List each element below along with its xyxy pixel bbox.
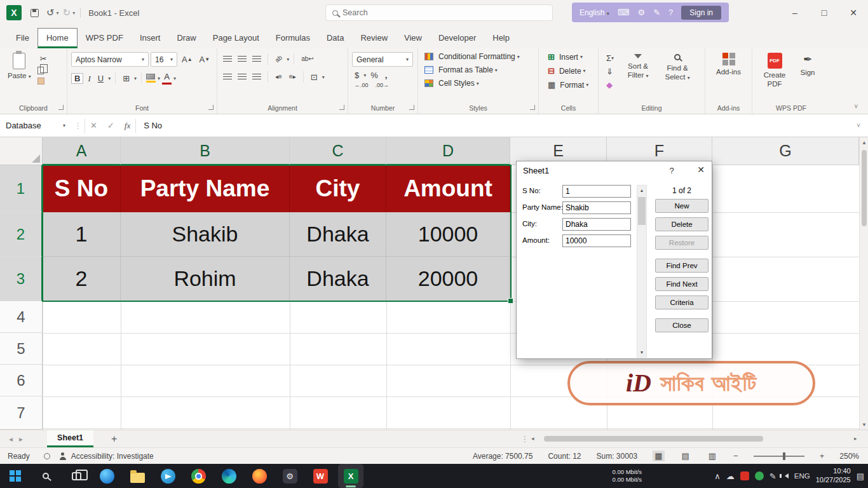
- zoom-out-button[interactable]: −: [733, 451, 738, 461]
- formula-bar-content[interactable]: S No: [144, 121, 162, 130]
- tab-formulas[interactable]: Formulas: [268, 29, 318, 48]
- column-header-b[interactable]: B: [121, 137, 290, 165]
- cancel-entry-icon[interactable]: ✕: [85, 121, 102, 130]
- scroll-up-icon[interactable]: ▲: [637, 186, 646, 195]
- insert-cells-button[interactable]: ⊞ Insert▾: [545, 52, 594, 62]
- bold-button[interactable]: B: [71, 73, 83, 84]
- font-size-select[interactable]: 16▾: [151, 52, 177, 67]
- taskbar-app-telegram[interactable]: [155, 464, 180, 488]
- criteria-button[interactable]: Criteria: [655, 295, 709, 309]
- page-layout-view-button[interactable]: ▤: [680, 451, 691, 461]
- format-cells-button[interactable]: ▦ Format▾: [545, 80, 594, 90]
- dialog-launcher-icon[interactable]: [409, 105, 414, 110]
- orientation-button[interactable]: ab: [271, 52, 285, 65]
- row-header-2[interactable]: 2: [0, 212, 43, 257]
- increase-indent-button[interactable]: ≡▸: [287, 73, 299, 81]
- start-button[interactable]: [3, 464, 28, 488]
- find-prev-button[interactable]: Find Prev: [655, 259, 709, 273]
- save-icon[interactable]: [31, 9, 39, 17]
- scroll-left-icon[interactable]: ◂: [531, 435, 534, 442]
- taskbar-search-button[interactable]: [33, 464, 58, 488]
- sort-filter-button[interactable]: Sort & Filter ▾: [620, 52, 656, 90]
- comma-style-button[interactable]: ,: [383, 71, 390, 80]
- overlay-language-select[interactable]: English ▾: [580, 8, 609, 17]
- taskbar-app-file-explorer[interactable]: [125, 464, 150, 488]
- close-form-button[interactable]: Close: [655, 318, 709, 332]
- cell-c2[interactable]: Dhaka: [290, 212, 386, 257]
- clock[interactable]: 10:40 10/27/2025: [816, 467, 851, 485]
- zoom-slider-thumb[interactable]: [783, 452, 785, 460]
- dialog-launcher-icon[interactable]: [530, 105, 535, 110]
- fill-button[interactable]: ⇓: [604, 67, 616, 76]
- tab-file[interactable]: File: [8, 29, 37, 48]
- column-header-d[interactable]: D: [386, 137, 510, 165]
- tab-draw[interactable]: Draw: [168, 29, 204, 48]
- dialog-launcher-icon[interactable]: [58, 105, 64, 110]
- horizontal-scroll-thumb[interactable]: [544, 436, 763, 442]
- row-header-5[interactable]: 5: [0, 333, 43, 365]
- taskbar-app-excel[interactable]: X: [338, 464, 363, 488]
- bottom-align-button[interactable]: [252, 56, 261, 63]
- accounting-format-button[interactable]: $: [352, 71, 362, 80]
- dialog-scroll-thumb[interactable]: [638, 197, 646, 225]
- sign-in-button[interactable]: Sign in: [681, 6, 721, 20]
- confirm-entry-icon[interactable]: ✓: [102, 121, 119, 130]
- column-header-g[interactable]: G: [712, 137, 859, 165]
- format-painter-button[interactable]: [37, 78, 44, 85]
- cell-d3[interactable]: 20000: [386, 257, 510, 301]
- tray-expand-icon[interactable]: ∧: [714, 471, 721, 481]
- cell-c1[interactable]: City: [290, 165, 386, 212]
- scroll-down-icon[interactable]: ▼: [637, 348, 646, 357]
- page-break-view-button[interactable]: ▥: [707, 451, 718, 461]
- volume-icon[interactable]: [782, 473, 789, 478]
- tab-home[interactable]: Home: [37, 28, 78, 48]
- conditional-formatting-button[interactable]: Conditional Formatting▾: [424, 52, 534, 61]
- align-right-button[interactable]: [252, 74, 261, 81]
- fill-handle[interactable]: [508, 298, 513, 304]
- row-header-6[interactable]: 6: [0, 365, 43, 396]
- keyboard-icon[interactable]: ⌨: [618, 8, 630, 17]
- cell-d2[interactable]: 10000: [386, 212, 510, 257]
- tab-review[interactable]: Review: [352, 29, 396, 48]
- font-color-button[interactable]: A: [162, 72, 172, 85]
- cell-b3[interactable]: Rohim: [121, 257, 290, 301]
- next-sheet-icon[interactable]: ▸: [19, 435, 23, 444]
- taskbar-app-firefox[interactable]: [247, 464, 272, 488]
- party-input[interactable]: [562, 201, 631, 214]
- zoom-slider[interactable]: [754, 456, 804, 457]
- notification-center-icon[interactable]: ▤: [857, 471, 864, 481]
- qat-customize-chevron-icon[interactable]: ▾: [72, 10, 75, 16]
- delete-button[interactable]: Delete: [655, 217, 709, 231]
- taskbar-app-wps[interactable]: W: [308, 464, 333, 488]
- taskbar-app-chrome[interactable]: [186, 464, 211, 488]
- decrease-decimal-button[interactable]: .00→: [373, 82, 392, 89]
- merge-center-button[interactable]: ⊡: [308, 72, 320, 82]
- name-box-splitter[interactable]: ⋮: [74, 121, 82, 130]
- format-as-table-button[interactable]: Format as Table▾: [424, 65, 534, 74]
- borders-button[interactable]: ⊞: [120, 74, 132, 83]
- minimize-button[interactable]: –: [780, 0, 810, 25]
- tab-insert[interactable]: Insert: [132, 29, 169, 48]
- row-header-3[interactable]: 3: [0, 257, 43, 301]
- dialog-launcher-icon[interactable]: [339, 105, 344, 110]
- increase-font-size-button[interactable]: A▲: [179, 55, 195, 64]
- expand-formula-bar-icon[interactable]: ˅: [857, 122, 860, 129]
- city-input[interactable]: [562, 218, 631, 231]
- help-icon[interactable]: ?: [668, 8, 673, 17]
- delete-cells-button[interactable]: ⊟ Delete▾: [545, 66, 594, 76]
- row-header-1[interactable]: 1: [0, 165, 43, 212]
- collapse-ribbon-icon[interactable]: ˅: [854, 103, 858, 110]
- amount-input[interactable]: [562, 234, 631, 247]
- new-button[interactable]: New: [655, 199, 709, 213]
- gear-icon[interactable]: ⚙: [637, 8, 645, 17]
- undo-chevron-icon[interactable]: ▾: [57, 10, 59, 16]
- cell-a2[interactable]: 1: [43, 212, 121, 257]
- tray-red-app-icon[interactable]: [740, 471, 749, 480]
- new-sheet-button[interactable]: +: [111, 433, 117, 445]
- decrease-indent-button[interactable]: ◂≡: [273, 73, 285, 81]
- search-box[interactable]: [325, 4, 553, 21]
- font-name-select[interactable]: Aptos Narrow▾: [71, 52, 149, 67]
- wrap-text-button[interactable]: ab↩: [299, 55, 316, 63]
- align-center-button[interactable]: [238, 74, 247, 81]
- taskbar-app-skype[interactable]: [94, 464, 119, 488]
